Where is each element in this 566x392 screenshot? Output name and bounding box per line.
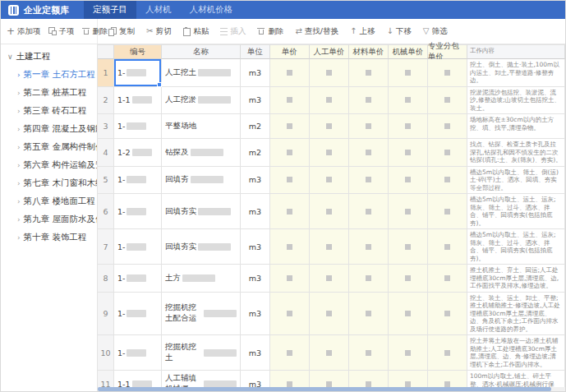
subcontract-price-cell[interactable] [428,139,467,167]
button-上移[interactable]: ↑上移 [350,26,375,37]
unit-cell[interactable]: m3 [241,87,270,115]
material-price-cell[interactable] [349,59,389,87]
machine-price-cell[interactable] [389,139,428,167]
labor-price-cell[interactable] [310,87,349,115]
work-content-cell[interactable]: 槽边5m以内取土、运土、运灰;筛灰、筛土、过斗、洒水、拌合、铺平、回填夯实(包括… [467,229,565,265]
sidebar-item-chapter-5[interactable]: ›第五章 金属构件制作.. [1,138,97,156]
tree-root-item[interactable]: ∨ 土建工程 [1,44,97,66]
unit-cell[interactable]: m2 [241,114,270,139]
material-price-cell[interactable] [349,167,389,195]
row-number-cell[interactable]: 10 [98,335,114,371]
unit-cell[interactable]: m2 [241,139,270,167]
code-cell[interactable]: 1- [114,114,162,139]
base-price-cell[interactable] [270,59,310,87]
subcontract-price-cell[interactable] [428,293,467,336]
material-price-cell[interactable] [349,229,389,265]
material-price-cell[interactable] [349,114,389,139]
code-cell[interactable]: 1- [114,194,162,229]
tab-lmm-prices[interactable]: 人材机价格 [181,1,242,19]
labor-price-cell[interactable] [310,293,349,336]
horizontal-scrollbar-thumb[interactable] [98,387,551,391]
machine-price-cell[interactable] [389,59,428,87]
machine-price-cell[interactable] [389,194,428,229]
labor-price-cell[interactable] [310,167,349,195]
name-cell[interactable]: 挖掘机挖土 [162,335,241,371]
button-复制[interactable]: 复制 [108,26,135,37]
base-price-cell[interactable] [270,139,310,167]
code-cell[interactable]: 1- [114,265,162,293]
work-content-cell[interactable]: 推土机推土、弃土、回运;人工处理槽底30cm厚土层,清理底、边,工作面找平及排水… [467,265,565,293]
work-content-cell[interactable]: 找点、钻探、检查土质卡孔及拉深孔,钻探孔和因不慎发生的二次钻探(填孔:土、灰(筛… [467,139,565,167]
unit-cell[interactable]: m3 [241,59,270,87]
row-number-cell[interactable]: 8 [98,265,114,293]
horizontal-scrollbar[interactable] [98,387,565,391]
work-content-cell[interactable]: 挖土、装土、运土、卸土、平整;推土机辅助推土·修理边坡,人工处理槽底30cm厚土… [467,293,565,336]
machine-price-cell[interactable] [389,335,428,371]
material-price-cell[interactable] [349,194,389,229]
name-cell[interactable]: 钻探及 [162,139,241,167]
button-粘贴[interactable]: 粘贴 [182,26,209,37]
sidebar-item-chapter-8[interactable]: ›第八章 楼地面工程 [1,192,97,210]
row-number-cell[interactable]: 1 [98,59,114,87]
code-cell[interactable]: 1- [114,335,162,371]
button-查找/替换[interactable]: ⇄查找/替换 [295,26,338,37]
material-price-cell[interactable] [349,335,389,371]
subcontract-price-cell[interactable] [428,167,467,195]
base-price-cell[interactable] [270,265,310,293]
button-子项[interactable]: 子项 [48,26,75,37]
machine-price-cell[interactable] [389,265,428,293]
machine-price-cell[interactable] [389,293,428,336]
row-number-cell[interactable]: 6 [98,194,114,229]
row-number-cell[interactable]: 3 [98,114,114,139]
work-content-cell[interactable]: 挖土并将土堆放在一边;推土机辅助推土;人工处理槽底30cm厚土层,清理底、边、角… [467,335,565,371]
row-number-cell[interactable]: 4 [98,139,114,167]
button-删除[interactable]: 删除 [257,26,283,37]
button-筛选[interactable]: ▽筛选 [423,26,448,37]
sidebar-item-chapter-4[interactable]: ›第四章 混凝土及钢筋.. [1,120,97,138]
code-cell[interactable]: 1- [114,167,162,195]
sidebar-item-chapter-2[interactable]: ›第二章 桩基工程 [1,84,97,102]
labor-price-cell[interactable] [310,114,349,139]
row-number-cell[interactable]: 2 [98,87,114,115]
unit-cell[interactable]: m3 [241,229,270,265]
button-剪切[interactable]: ✂剪切 [146,26,171,37]
name-cell[interactable]: 平整场地 [162,114,241,139]
labor-price-cell[interactable] [310,59,349,87]
material-price-cell[interactable] [349,265,389,293]
tab-labor-material-machine[interactable]: 人材机 [136,1,181,19]
labor-price-cell[interactable] [310,335,349,371]
base-price-cell[interactable] [270,167,310,195]
name-cell[interactable]: 人工挖淤 [162,87,241,115]
base-price-cell[interactable] [270,229,310,265]
work-content-cell[interactable]: 挖淤泥流沙包括挖、装淤泥、流沙,修整边坡;山坡切土包括挖土、装土。 [467,87,565,115]
subcontract-price-cell[interactable] [428,59,467,87]
base-price-cell[interactable] [270,293,310,336]
work-content-cell[interactable]: 槽边5m以内取土、筛土、倒(运)土·碎(平)土、洒水、回填、夯实等全部过程。 [467,167,565,195]
subcontract-price-cell[interactable] [428,265,467,293]
name-cell[interactable]: 回填夯实 [162,194,241,229]
work-content-cell[interactable]: 场地标高在±30cm以内的土方挖、填、找平,清理杂物。 [467,114,565,139]
subcontract-price-cell[interactable] [428,335,467,371]
base-price-cell[interactable] [270,194,310,229]
name-cell[interactable]: 土方 [162,265,241,293]
material-price-cell[interactable] [349,139,389,167]
sidebar-item-chapter-7[interactable]: ›第七章 木门窗和木结.. [1,174,97,192]
labor-price-cell[interactable] [310,229,349,265]
tab-quota-items[interactable]: 定额子目 [84,1,136,19]
code-cell[interactable]: 1-2 [114,139,162,167]
work-content-cell[interactable]: 槽边5m以内取土、运土、运灰;筛灰、筛土、过斗、洒水、拌合、铺平、回填夯实(包括… [467,194,565,229]
base-price-cell[interactable] [270,87,310,115]
base-price-cell[interactable] [270,114,310,139]
row-number-cell[interactable]: 5 [98,167,114,195]
name-cell[interactable]: 回填夯 [162,167,241,195]
name-cell[interactable]: 挖掘机挖土配合运 [162,293,241,336]
sidebar-item-chapter-6[interactable]: ›第六章 构件运输及安装 [1,156,97,174]
machine-price-cell[interactable] [389,87,428,115]
code-cell[interactable]: 1- [114,229,162,265]
name-cell[interactable]: 人工挖土 [162,59,241,87]
row-number-cell[interactable]: 7 [98,229,114,265]
labor-price-cell[interactable] [310,265,349,293]
work-content-cell[interactable]: 挖土、倒土、抛土·装土,100m以内运土、卸土,平整道路·修整夯边。 [467,59,565,87]
sidebar-item-chapter-10[interactable]: ›第十章 装饰工程 [1,228,97,247]
unit-cell[interactable]: m3 [241,194,270,229]
